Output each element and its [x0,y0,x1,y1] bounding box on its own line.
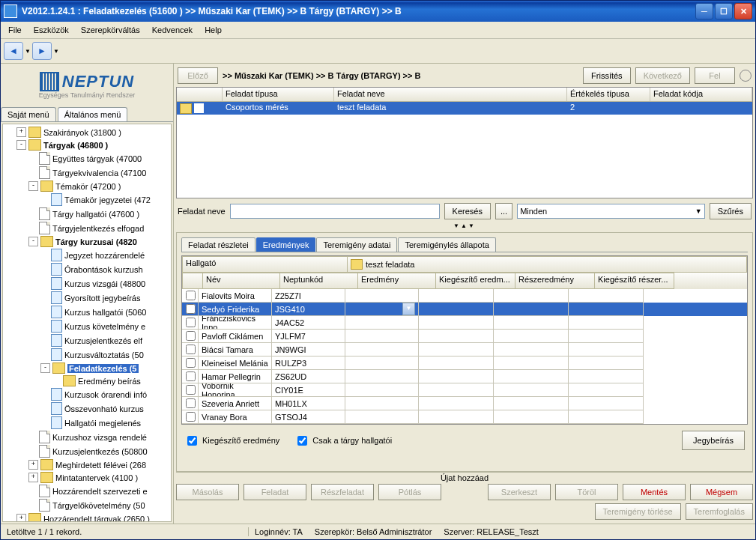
expand-icon[interactable]: - [28,237,38,246]
task-grid[interactable]: Feladat típusa Feladat neve Értékelés tí… [176,87,753,198]
row-checkbox[interactable] [186,385,196,395]
expand-icon[interactable]: + [28,473,38,482]
expand-icon[interactable]: + [16,127,26,137]
minimize-button[interactable]: ─ [695,3,713,19]
check-only-subject[interactable]: Csak a tárgy hallgatói [294,434,392,448]
expand-icon[interactable]: - [28,181,38,191]
cell-result[interactable] [345,383,419,397]
expand-icon[interactable]: - [40,363,50,373]
row-checkbox[interactable] [186,318,196,327]
row-checkbox[interactable] [194,103,204,113]
task-button[interactable]: Feladat [244,484,306,500]
replace-button[interactable]: Pótlás [378,484,441,500]
tree-node[interactable]: Hallgatói megjelenés [4,416,169,430]
check-extra-result[interactable]: Kiegészítő eredmény [184,434,279,448]
row-checkbox[interactable] [186,291,196,300]
result-row[interactable]: Vranay BoraGTSOJ4 [182,410,747,424]
grade-entry-button[interactable]: Jegybeírás [682,431,745,450]
row-checkbox[interactable] [186,398,196,408]
tree-node[interactable]: Témakör jegyzetei (472 [4,192,169,207]
menu-help[interactable]: Help [199,23,228,37]
splitter[interactable]: ▼▲▼ [176,222,753,231]
col-name[interactable]: Név [203,273,280,289]
cell-result[interactable] [345,316,419,330]
task-row[interactable]: Csoportos mérés teszt feladata 2 [177,102,752,115]
cell-result[interactable]: ▼Nem felelt megMegfelelt✕ [345,303,419,316]
col-extra2[interactable]: Kiegészítő részer... [595,273,674,289]
tree-node[interactable]: Tárgyekvivalencia (47100 [4,166,169,180]
tree-node[interactable]: -Témakör (47200 ) [4,180,169,192]
tree-node[interactable]: Tárgyelőkövetelmény (50 [4,498,169,512]
result-row[interactable]: Vobornik HonorinaCIY01E [182,383,747,397]
row-checkbox[interactable] [186,331,196,341]
row-checkbox[interactable] [186,304,196,314]
next-button[interactable]: Következő [635,67,690,84]
tree-node[interactable]: -Tárgy kurzusai (4820 [4,235,169,248]
tree-node[interactable]: -Feladatkezelés (5 [4,362,169,374]
copy-button[interactable]: Másolás [176,484,239,500]
col-part[interactable]: Részeredmény [515,273,595,289]
expand-icon[interactable]: + [16,514,26,522]
col-eval-type[interactable]: Értékelés típusa [567,88,650,101]
expand-icon[interactable]: - [16,140,26,150]
up-button[interactable]: Fel [695,67,735,84]
result-row[interactable]: Szeveria AnriettMH01LX [182,397,747,410]
tree-node[interactable]: Kurzus vizsgái (48800 [4,276,169,291]
tree-node[interactable]: Jegyzet hozzárendelé [4,248,169,262]
col-result[interactable]: Eredmény [358,273,436,289]
tree-node[interactable]: +Hozzárendelt tárgyak (2650 ) [4,512,169,522]
row-checkbox[interactable] [186,412,196,422]
tree-node[interactable]: +Meghirdetett félévei (268 [4,458,169,471]
search-button[interactable]: Keresés [444,203,491,219]
tab-general-menu[interactable]: Általános menü [58,107,128,121]
row-checkbox[interactable] [186,345,196,354]
maximize-button[interactable]: ☐ [715,3,733,19]
col-code[interactable]: Neptunkód [280,273,358,289]
tab-room-status[interactable]: Teremigénylés állapota [398,237,496,252]
prev-button[interactable]: Előző [178,67,218,84]
nav-tree[interactable]: +Szakirányok (31800 )-Tárgyak (46800 )Eg… [2,124,172,522]
tree-node[interactable]: Gyorsított jegybeírás [4,291,169,305]
tree-node[interactable]: Kurzusok órarendi infó [4,387,169,401]
tree-node[interactable]: Kurzusjelentkezés (50800 [4,444,169,458]
tab-task-details[interactable]: Feladat részletei [181,237,255,252]
tree-node[interactable]: Együttes tárgyak (47000 [4,151,169,166]
delete-button[interactable]: Töröl [555,484,618,500]
more-button[interactable]: ... [495,203,512,219]
tree-node[interactable]: Összevonható kurzus [4,401,169,416]
menu-role[interactable]: Szerepkörváltás [75,23,146,37]
refresh-button[interactable]: Frissítés [583,67,631,84]
task-name-input[interactable] [230,204,440,219]
book-room-button[interactable]: Teremfoglalás [686,503,753,520]
nav-forward-button[interactable]: ► [32,42,52,60]
cell-result[interactable] [345,397,419,410]
col-task-code[interactable]: Feladat kódja [650,88,752,101]
tree-node[interactable]: Kurzus hallgatói (5060 [4,305,169,319]
tree-node[interactable]: Tárgy hallgatói (47600 ) [4,207,169,221]
cell-result[interactable] [345,357,419,370]
filter-select[interactable]: Minden▼ [517,204,705,219]
edit-button[interactable]: Szerkeszt [488,484,551,500]
help-icon[interactable] [740,70,752,82]
edit-icon[interactable] [180,103,192,114]
result-row[interactable]: Sedyó FriderikaJSG410▼Nem felelt megMegf… [182,303,747,316]
tree-node[interactable]: Tárgyjelentkezés elfogad [4,221,169,235]
cell-result[interactable] [345,410,419,424]
col-task-name[interactable]: Feladat neve [334,88,567,101]
tab-results[interactable]: Eredmények [256,237,316,252]
tree-node[interactable]: Kurzusjelentkezés elf [4,333,169,348]
tree-node[interactable]: +Szakirányok (31800 ) [4,126,169,139]
row-checkbox[interactable] [186,371,196,381]
cell-result[interactable] [345,330,419,343]
col-extra[interactable]: Kiegészítő eredm... [436,273,515,289]
tab-own-menu[interactable]: Saját menü [1,107,56,121]
result-row[interactable]: Biácsi TamaraJN9WGI [182,343,747,357]
result-row[interactable]: Fráncziskovics InnoJ4AC52 [182,316,747,330]
save-button[interactable]: Mentés [623,484,686,500]
row-checkbox[interactable] [186,358,196,368]
tree-node[interactable]: Eredmény beírás [4,374,169,387]
cancel-button[interactable]: Mégsem [690,484,753,500]
results-grid[interactable]: Hallgató teszt feladata Név Neptunkód Er… [181,255,748,425]
tree-node[interactable]: Kurzusváltoztatás (50 [4,348,169,362]
tree-node[interactable]: Kurzushoz vizsga rendelé [4,430,169,444]
